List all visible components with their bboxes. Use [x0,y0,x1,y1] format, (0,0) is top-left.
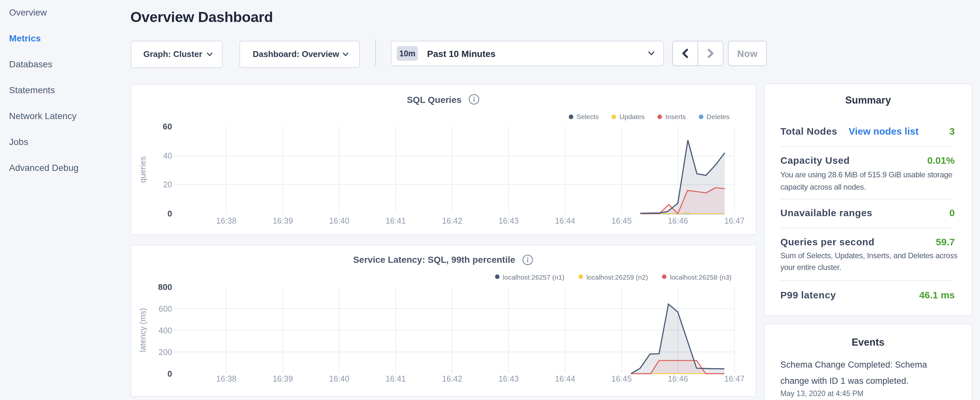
svg-text:16:46: 16:46 [667,374,688,383]
svg-text:800: 800 [158,282,172,292]
svg-text:0: 0 [167,209,172,218]
svg-text:16:44: 16:44 [555,374,575,383]
svg-text:16:43: 16:43 [498,374,519,383]
svg-text:16:44: 16:44 [555,216,575,225]
svg-text:0: 0 [167,369,172,378]
svg-text:16:43: 16:43 [498,216,519,225]
svg-text:16:40: 16:40 [329,374,349,383]
svg-text:16:47: 16:47 [724,374,745,383]
svg-text:16:46: 16:46 [667,216,688,225]
svg-text:16:41: 16:41 [385,216,406,225]
svg-text:600: 600 [158,304,172,313]
svg-text:40: 40 [163,151,172,160]
svg-text:16:42: 16:42 [442,374,462,383]
svg-text:60: 60 [162,121,172,131]
svg-text:16:40: 16:40 [329,216,349,225]
svg-text:200: 200 [158,347,172,356]
svg-text:queries: queries [138,156,147,183]
svg-text:16:45: 16:45 [611,374,632,383]
svg-text:16:45: 16:45 [611,216,632,225]
svg-text:400: 400 [158,325,172,335]
svg-text:16:41: 16:41 [385,374,406,383]
svg-text:20: 20 [163,180,172,189]
svg-text:16:39: 16:39 [272,374,293,383]
svg-text:16:38: 16:38 [216,374,236,383]
svg-text:16:38: 16:38 [216,216,236,225]
svg-text:latency (ms): latency (ms) [138,308,147,352]
svg-text:16:47: 16:47 [724,216,745,225]
svg-text:16:42: 16:42 [442,216,462,225]
svg-text:16:39: 16:39 [272,216,293,225]
